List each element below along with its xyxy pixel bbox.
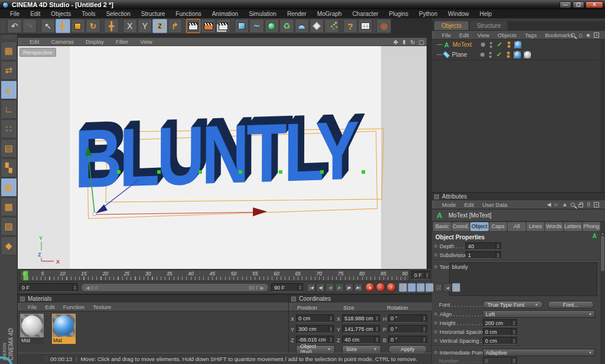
mat-menu-function[interactable]: Function: [59, 304, 89, 310]
stepper-icon[interactable]: ▲▼: [374, 326, 379, 333]
material-tag[interactable]: [513, 50, 522, 59]
materials-grip[interactable]: [18, 303, 22, 310]
add-field-button[interactable]: [310, 19, 324, 33]
history-forward-icon[interactable]: ▶: [555, 202, 559, 207]
om-menu-view[interactable]: View: [473, 32, 493, 38]
rot-h-field[interactable]: 0 °▲▼: [388, 314, 427, 323]
eye-icon[interactable]: ◉: [586, 32, 590, 38]
enable-check-icon[interactable]: ✓: [496, 51, 502, 58]
menu-window[interactable]: Window: [443, 11, 474, 17]
texture-axis-mode-button[interactable]: ▨: [1, 217, 17, 236]
texture-mode-button[interactable]: ▩: [1, 197, 17, 216]
timeline-ruler[interactable]: 051015202530354045505560657075808590: [19, 269, 409, 281]
render-settings-button[interactable]: [201, 19, 215, 33]
menu-plugins[interactable]: Plugins: [383, 11, 414, 17]
anim-dot[interactable]: [434, 339, 437, 342]
mat-menu-texture[interactable]: Texture: [89, 304, 115, 310]
palette-grip[interactable]: [2, 35, 14, 40]
material-thumbnail[interactable]: [20, 314, 44, 337]
make-editable-button[interactable]: ⇄: [1, 61, 17, 80]
solo-animation-button[interactable]: ◂: [443, 283, 451, 292]
layer-dot-icon[interactable]: [480, 53, 484, 57]
object-axis-mode-button[interactable]: ∟: [1, 100, 17, 119]
stepper-icon[interactable]: ▲▼: [421, 315, 427, 322]
add-primitive-button[interactable]: [235, 19, 249, 33]
stepper-icon[interactable]: ▲▼: [421, 326, 427, 333]
attr-grip[interactable]: [432, 201, 436, 207]
end-frame-spinner[interactable]: 90 F▲▼: [271, 283, 303, 292]
tweak-mode-button[interactable]: ▣: [1, 178, 17, 197]
minimize-button[interactable]: —: [560, 1, 571, 8]
panel-handle-icon[interactable]: [434, 194, 439, 199]
rotate-tool-button[interactable]: ↻: [86, 19, 100, 33]
height-field[interactable]: 200 cm▲▼: [483, 319, 517, 327]
key-parameter-toggle[interactable]: ◯: [425, 283, 434, 292]
stepper-icon[interactable]: ▲▼: [297, 284, 302, 291]
tab-all[interactable]: All: [508, 222, 526, 231]
stepper-icon[interactable]: ▲▼: [511, 329, 516, 335]
rot-b-field[interactable]: 0 °▲▼: [388, 336, 427, 344]
y-axis-lock-button[interactable]: Y: [138, 19, 152, 33]
panel-handle-icon[interactable]: [20, 297, 25, 301]
apply-button[interactable]: Apply: [388, 345, 427, 353]
help-button[interactable]: ?: [343, 19, 357, 33]
om-grip[interactable]: [432, 31, 436, 38]
enable-check-icon[interactable]: ✓: [497, 41, 502, 48]
material-name[interactable]: Mat: [52, 337, 76, 344]
menu-animation[interactable]: Animation: [207, 11, 243, 17]
material-tag[interactable]: [523, 50, 532, 59]
font-button[interactable]: Font...: [548, 301, 594, 308]
tab-coord[interactable]: Coord.: [452, 222, 470, 231]
scrollbar-thumb[interactable]: [601, 236, 604, 271]
size-x-field[interactable]: 518.988 cm▲▼: [342, 314, 380, 323]
vertex-handle[interactable]: [362, 170, 365, 174]
anim-dot[interactable]: [434, 313, 437, 316]
move-tool-button[interactable]: ╋: [56, 19, 70, 33]
tab-lines[interactable]: Lines: [526, 222, 545, 231]
stepper-icon[interactable]: ▲▼: [495, 243, 500, 249]
tab-objects[interactable]: Objects: [434, 21, 469, 30]
menu-file[interactable]: File: [5, 11, 25, 17]
object-name[interactable]: Plane: [452, 51, 478, 58]
points-mode-button[interactable]: ∷: [1, 119, 17, 138]
zoom-view-icon[interactable]: ⬍: [402, 39, 406, 46]
generator-dots-icon[interactable]: [508, 41, 510, 48]
add-particles-button[interactable]: [324, 19, 339, 33]
ruler-end-spinner[interactable]: 0 F▲▼: [411, 271, 430, 280]
anim-dot[interactable]: [434, 351, 437, 354]
rotate-view-icon[interactable]: ↻: [410, 39, 415, 46]
goto-end-button[interactable]: ▶|: [354, 283, 363, 292]
depth-field[interactable]: 40▲▼: [466, 242, 501, 250]
vspacing-field[interactable]: 0 cm▲▼: [483, 337, 517, 344]
history-back-icon[interactable]: ◀: [547, 202, 551, 207]
menu-structure[interactable]: Structure: [136, 11, 171, 17]
panel-handle-icon[interactable]: [291, 297, 296, 301]
object-name[interactable]: MoText: [453, 41, 479, 48]
tab-words[interactable]: Words: [545, 222, 563, 231]
search-icon[interactable]: [571, 203, 575, 207]
anim-dot[interactable]: [434, 321, 437, 324]
layout-mode-button[interactable]: ▦: [1, 41, 17, 60]
polygons-mode-button[interactable]: ▚: [1, 158, 17, 177]
stepper-icon[interactable]: ▲▼: [424, 271, 430, 279]
render-queue-button[interactable]: [216, 19, 230, 33]
close-button[interactable]: X: [586, 1, 603, 8]
current-frame-spinner[interactable]: 0 F▲▼: [19, 283, 78, 292]
toolbar-grip[interactable]: [1, 20, 5, 32]
stepper-icon[interactable]: ▲▼: [328, 336, 333, 343]
keyframe-selection-button[interactable]: ?: [386, 282, 396, 292]
tab-letters[interactable]: Letters: [564, 222, 582, 231]
pos-x-field[interactable]: 0 cm▲▼: [296, 314, 334, 323]
vertex-handle[interactable]: [282, 170, 285, 173]
tab-object[interactable]: Object: [470, 222, 489, 231]
timeline-range-scrollbar[interactable]: ◀ 0 F 90 F ▶: [81, 283, 269, 292]
menu-render[interactable]: Render: [282, 11, 312, 17]
stepper-icon[interactable]: ▲▼: [511, 320, 516, 326]
stepper-icon[interactable]: ▲▼: [374, 336, 379, 343]
tab-phong[interactable]: Phong: [583, 222, 601, 231]
generator-dots-icon[interactable]: [507, 51, 510, 58]
attr-menu-userdata[interactable]: User Data: [478, 202, 512, 208]
toggle-view-icon[interactable]: ▢: [419, 39, 424, 46]
material-tag[interactable]: [513, 40, 522, 49]
live-selection-button[interactable]: ↖: [41, 19, 55, 33]
